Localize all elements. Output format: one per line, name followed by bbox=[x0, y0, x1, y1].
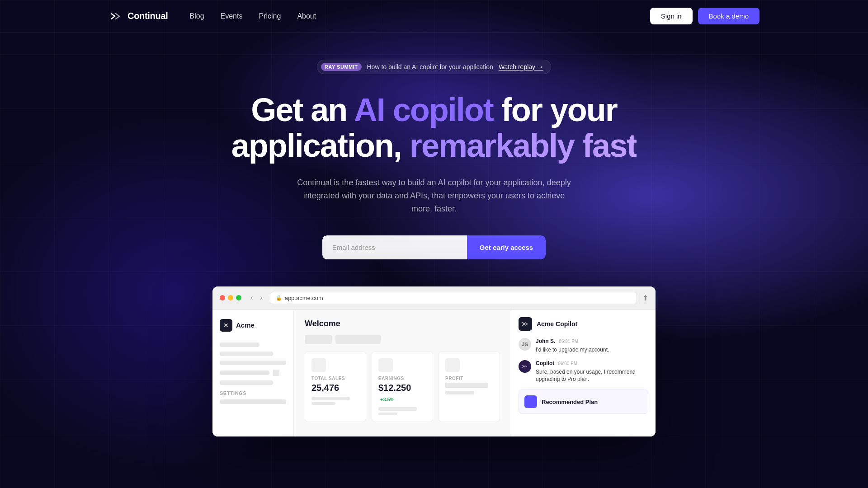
stat-profit: PROFIT bbox=[439, 351, 500, 422]
sidebar-settings-nav bbox=[220, 399, 286, 404]
hero-heading: Get an AI copilot for your application, … bbox=[231, 92, 637, 164]
logo[interactable]: Continual bbox=[108, 9, 168, 23]
stat-badge-earnings: +3.5% bbox=[380, 397, 395, 402]
copilot-text: Sure, based on your usage, I recommend u… bbox=[536, 368, 648, 384]
stat-total-sales: TOTAL SALES 25,476 bbox=[305, 351, 366, 422]
user-avatar: JS bbox=[519, 338, 531, 351]
recommended-card[interactable]: Recommended Plan bbox=[519, 389, 648, 414]
book-demo-button[interactable]: Book a demo bbox=[698, 8, 760, 24]
welcome-skel-1 bbox=[305, 335, 332, 344]
hero-line2: application, remarkably fast bbox=[231, 127, 637, 164]
browser-url-bar[interactable]: 🔒 app.acme.com bbox=[270, 292, 637, 304]
stat-bar-earnings-2 bbox=[378, 413, 397, 415]
browser-dot-red[interactable] bbox=[220, 295, 225, 300]
sidebar-skel-3 bbox=[220, 361, 286, 365]
user-bubble: John S. 06:01 PM I'd like to upgrade my … bbox=[536, 338, 648, 354]
browser-back-button[interactable]: ‹ bbox=[249, 293, 255, 303]
banner-text: How to build an AI copilot for your appl… bbox=[367, 63, 493, 70]
hero-highlight-remarkably: remarkably fast bbox=[410, 127, 637, 164]
chat-message-user: JS John S. 06:01 PM I'd like to upgrade … bbox=[519, 338, 648, 354]
browser-share-button[interactable]: ⬆ bbox=[642, 294, 648, 302]
browser-url: app.acme.com bbox=[285, 295, 323, 301]
user-time: 06:01 PM bbox=[559, 339, 578, 344]
browser-chrome: ‹ › 🔒 app.acme.com ⬆ bbox=[212, 286, 656, 310]
browser-forward-button[interactable]: › bbox=[258, 293, 264, 303]
navbar-right: Sign in Book a demo bbox=[650, 8, 760, 24]
watch-replay-link[interactable]: Watch replay → bbox=[499, 63, 543, 70]
signin-button[interactable]: Sign in bbox=[650, 8, 693, 24]
copilot-bubble: Copilot 06:00 PM Sure, based on your usa… bbox=[536, 360, 648, 384]
welcome-skel-2 bbox=[335, 335, 381, 344]
copilot-avatar bbox=[519, 360, 531, 373]
stat-earnings: EARNINGS $12.250 +3.5% bbox=[372, 351, 433, 422]
browser-nav: ‹ › bbox=[249, 293, 264, 303]
sidebar-nav bbox=[220, 343, 286, 385]
welcome-skeleton bbox=[305, 335, 500, 344]
stat-value-sales: 25,476 bbox=[311, 383, 359, 393]
recommended-label: Recommended Plan bbox=[542, 399, 598, 405]
chat-message-copilot: Copilot 06:00 PM Sure, based on your usa… bbox=[519, 360, 648, 384]
copilot-time: 06:00 PM bbox=[558, 361, 577, 366]
stat-bar-sales bbox=[311, 397, 350, 400]
hero-text-app: application, bbox=[231, 127, 410, 164]
app-logo-area: ✕ Acme bbox=[220, 319, 286, 332]
browser-mockup: ‹ › 🔒 app.acme.com ⬆ ✕ Acme bbox=[212, 286, 656, 436]
stat-label-sales: TOTAL SALES bbox=[311, 376, 359, 381]
announcement-banner[interactable]: RAY SUMMIT How to build an AI copilot fo… bbox=[317, 60, 551, 74]
copilot-logo bbox=[519, 317, 532, 331]
user-name: John S. bbox=[536, 338, 555, 344]
browser-content: ✕ Acme SETTINGS bbox=[212, 310, 656, 436]
nav-blog[interactable]: Blog bbox=[190, 12, 204, 20]
copilot-meta: Copilot 06:00 PM bbox=[536, 360, 648, 366]
navbar: Continual Blog Events Pricing About Sign… bbox=[0, 0, 868, 33]
stats-grid: TOTAL SALES 25,476 EARNINGS $12.250 +3.5… bbox=[305, 351, 500, 422]
nav-about[interactable]: About bbox=[297, 12, 316, 20]
app-sidebar: ✕ Acme SETTINGS bbox=[212, 310, 294, 436]
stat-label-profit: PROFIT bbox=[445, 376, 493, 381]
copilot-name: Acme Copilot bbox=[537, 320, 577, 328]
sidebar-skel-4 bbox=[220, 380, 273, 385]
user-meta: John S. 06:01 PM bbox=[536, 338, 648, 344]
browser-dot-green[interactable] bbox=[236, 295, 241, 300]
hero-text-start: Get an bbox=[251, 92, 354, 128]
copilot-panel: Acme Copilot JS John S. 06:01 PM I'd lik… bbox=[511, 310, 656, 436]
copilot-sender: Copilot bbox=[536, 360, 554, 366]
nav-events[interactable]: Events bbox=[221, 12, 243, 20]
settings-label: SETTINGS bbox=[220, 390, 286, 396]
sidebar-skel-1 bbox=[220, 343, 259, 347]
user-text: I'd like to upgrade my account. bbox=[536, 346, 648, 354]
stat-bar-sales-2 bbox=[311, 402, 335, 405]
svg-rect-0 bbox=[108, 9, 123, 23]
logo-text: Continual bbox=[127, 11, 168, 21]
app-welcome: Welcome bbox=[305, 319, 500, 328]
stat-icon-sales bbox=[311, 358, 326, 372]
stat-bar-profit-2 bbox=[445, 391, 474, 394]
stat-label-earnings: EARNINGS bbox=[378, 376, 426, 381]
browser-dots bbox=[220, 295, 241, 300]
nav-links: Blog Events Pricing About bbox=[190, 12, 316, 20]
email-input[interactable] bbox=[322, 235, 467, 259]
stat-icon-earnings bbox=[378, 358, 393, 372]
hero-highlight-ai: AI copilot bbox=[354, 92, 493, 128]
cta-area: Get early access bbox=[322, 235, 546, 259]
app-main: Welcome TOTAL SALES 25,476 bbox=[294, 310, 511, 436]
hero-subtitle: Continual is the fastest way to build an… bbox=[294, 176, 574, 215]
copilot-header: Acme Copilot bbox=[519, 317, 648, 331]
lock-icon: 🔒 bbox=[276, 295, 282, 301]
sidebar-skel-2 bbox=[220, 352, 273, 356]
recommended-icon bbox=[524, 395, 537, 408]
browser-dot-yellow[interactable] bbox=[228, 295, 233, 300]
stat-bar-earnings bbox=[378, 407, 417, 411]
app-logo-icon: ✕ bbox=[220, 319, 232, 332]
hero-text-mid: for your bbox=[493, 92, 617, 128]
banner-badge: RAY SUMMIT bbox=[321, 63, 361, 71]
stat-icon-profit bbox=[445, 358, 460, 372]
stat-value-earnings: $12.250 +3.5% bbox=[378, 383, 426, 404]
nav-pricing[interactable]: Pricing bbox=[259, 12, 281, 20]
early-access-button[interactable]: Get early access bbox=[467, 235, 546, 259]
app-name: Acme bbox=[236, 321, 255, 329]
navbar-left: Continual Blog Events Pricing About bbox=[108, 9, 316, 23]
stat-bar-profit bbox=[445, 383, 488, 388]
sidebar-skel-5 bbox=[220, 399, 286, 404]
logo-icon bbox=[108, 9, 123, 23]
